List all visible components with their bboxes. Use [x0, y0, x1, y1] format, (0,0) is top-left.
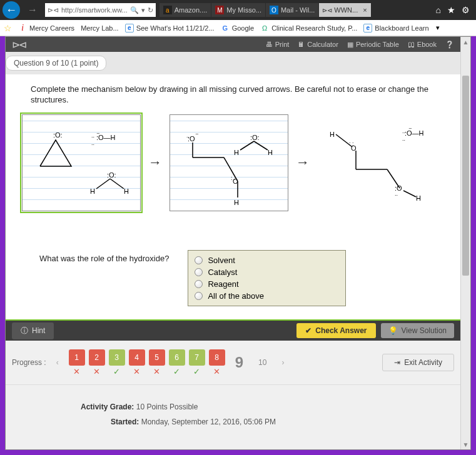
radio-icon[interactable]: [195, 280, 203, 288]
progress-question-box[interactable]: 2✕: [89, 349, 105, 376]
hint-button[interactable]: ⓘ Hint: [12, 322, 54, 339]
browser-tab[interactable]: OMail - Wil...: [266, 3, 318, 17]
exit-activity-button[interactable]: ⇥ Exit Activity: [382, 354, 454, 371]
question-boxes: 1✕2✕3✓4✕5✕6✓7✓8✕: [69, 349, 225, 376]
progress-question-box[interactable]: 7✓: [189, 349, 205, 376]
question-number: 4: [129, 349, 145, 366]
svg-text:..: ..: [402, 128, 405, 134]
view-solution-button[interactable]: 💡 View Solution: [381, 323, 455, 338]
option-row[interactable]: Catalyst: [195, 266, 339, 278]
exit-icon: ⇥: [394, 358, 400, 367]
progress-prev-button[interactable]: ‹: [53, 358, 63, 367]
mechanism-panel-2[interactable]: :O .. ⁻ H O : : :O: H H: [170, 114, 288, 211]
chrome-controls: ⌂ ★ ⚙: [432, 5, 473, 15]
scrollbar[interactable]: ▲ ▼: [460, 37, 470, 449]
progress-question-box[interactable]: 8✕: [209, 349, 225, 376]
bookmark-favicon: Ω: [260, 24, 269, 32]
back-button[interactable]: ←: [3, 1, 20, 19]
reaction-arrow-1: →: [148, 154, 162, 171]
mechanism-panel-1[interactable]: :O: :O—H .. .. ⁻ :O: H H: [22, 114, 141, 211]
tab-label: My Misso...: [226, 6, 261, 14]
svg-text:⁻: ⁻: [195, 131, 199, 139]
svg-text:H: H: [268, 149, 273, 156]
bookmark-dropdown-icon[interactable]: ▾: [436, 24, 440, 32]
bookmark-label: Mercy Careers: [29, 24, 74, 32]
bookmark-label: See What's Hot 11/21/2...: [136, 24, 215, 32]
progress-next-button[interactable]: ›: [278, 358, 288, 367]
tab-label: Amazon....: [175, 6, 208, 14]
close-icon[interactable]: ×: [363, 6, 367, 14]
radio-icon[interactable]: [195, 268, 203, 276]
x-mark-icon: ✕: [149, 367, 165, 376]
question-header: Question 9 of 10 (1 point): [6, 52, 460, 74]
scrollbar-thumb[interactable]: [462, 76, 469, 276]
question-body: Complete the mechanism below by drawing …: [6, 74, 460, 319]
svg-text:..: ..: [91, 132, 94, 139]
browser-tab[interactable]: aAmazon....: [160, 3, 211, 17]
help-icon[interactable]: ❔: [445, 41, 454, 49]
progress-question-box[interactable]: 6✓: [169, 349, 185, 376]
browser-tab[interactable]: ⊳⊲WWN...×: [319, 3, 370, 17]
option-row[interactable]: Solvent: [195, 254, 339, 266]
browser-tab[interactable]: MMy Misso...: [211, 3, 265, 17]
refresh-icon[interactable]: ↻: [148, 6, 153, 14]
grade-section: Activity Grade: 10 Points Possible Start…: [6, 384, 460, 439]
ebook-button[interactable]: 🕮 Ebook: [408, 41, 437, 49]
scroll-up-icon[interactable]: ▲: [461, 37, 470, 47]
favorites-icon[interactable]: ★: [447, 5, 455, 15]
svg-line-34: [403, 191, 416, 197]
app-logo: ⊳⊲: [12, 39, 26, 51]
bookmark-item[interactable]: GGoogle: [221, 24, 254, 32]
x-mark-icon: ✕: [69, 367, 85, 376]
scroll-down-icon[interactable]: ▼: [461, 439, 470, 449]
bookmark-item[interactable]: ΩClinical Research Study, P...: [260, 24, 357, 32]
progress-question-box[interactable]: 5✕: [149, 349, 165, 376]
site-icon: ⊳⊲: [48, 6, 59, 14]
svg-line-6: [96, 179, 110, 189]
bookmark-favicon: e: [363, 24, 372, 32]
home-icon[interactable]: ⌂: [436, 5, 441, 15]
svg-text:H: H: [234, 199, 239, 206]
check-mark-icon: ✓: [109, 367, 125, 376]
tools-icon[interactable]: ⚙: [462, 5, 470, 15]
mechanism-row: :O: :O—H .. .. ⁻ :O: H H → :O: [22, 114, 445, 211]
radio-icon[interactable]: [195, 292, 203, 300]
option-row[interactable]: All of the above: [195, 290, 339, 302]
next-question[interactable]: 10: [253, 358, 271, 367]
svg-text:..: ..: [91, 140, 94, 146]
svg-text:: :: : :: [231, 175, 236, 181]
option-label: Catalyst: [208, 268, 237, 277]
print-button[interactable]: 🖶 Print: [266, 41, 290, 49]
bookmark-item[interactable]: iMercy Careers: [18, 24, 74, 32]
svg-line-22: [254, 141, 268, 150]
forward-button[interactable]: →: [24, 1, 41, 19]
address-bar[interactable]: ⊳⊲ http://smartwork.ww... 🔍 ▾ ↻: [45, 3, 156, 17]
svg-text:..: ..: [402, 136, 405, 142]
radio-icon[interactable]: [195, 256, 203, 264]
role-question-text: What was the role of the hydroxide?: [39, 250, 169, 263]
role-section: What was the role of the hydroxide? Solv…: [39, 250, 445, 306]
question-number: 6: [169, 349, 185, 366]
progress-question-box[interactable]: 3✓: [109, 349, 125, 376]
bookmark-label: Mercy Lab...: [81, 24, 119, 32]
bookmark-item[interactable]: eBlackboard Learn: [363, 24, 428, 32]
option-row[interactable]: Reagent: [195, 278, 339, 290]
dropdown-icon[interactable]: ▾: [141, 6, 145, 14]
bookmark-favicon: G: [221, 24, 230, 32]
bookmark-item[interactable]: eSee What's Hot 11/21/2...: [125, 24, 215, 32]
bookmark-label: Google: [232, 24, 254, 32]
svg-text::O:: :O:: [53, 131, 63, 139]
svg-text::O:: :O:: [250, 134, 260, 141]
svg-text:H: H: [90, 188, 95, 195]
bookmark-item[interactable]: Mercy Lab...: [81, 24, 119, 32]
periodic-table-button[interactable]: ▦ Periodic Table: [347, 41, 399, 49]
favorites-star-icon[interactable]: ☆: [4, 23, 12, 33]
progress-question-box[interactable]: 1✕: [69, 349, 85, 376]
check-mark-icon: ✓: [169, 367, 185, 376]
check-answer-button[interactable]: ✔ Check Answer: [296, 323, 375, 338]
calculator-button[interactable]: 🖩 Calculator: [298, 41, 338, 49]
bookmark-label: Clinical Research Study, P...: [271, 24, 357, 32]
progress-question-box[interactable]: 4✕: [129, 349, 145, 376]
search-icon[interactable]: 🔍: [130, 6, 139, 14]
progress-label: Progress :: [12, 358, 46, 367]
